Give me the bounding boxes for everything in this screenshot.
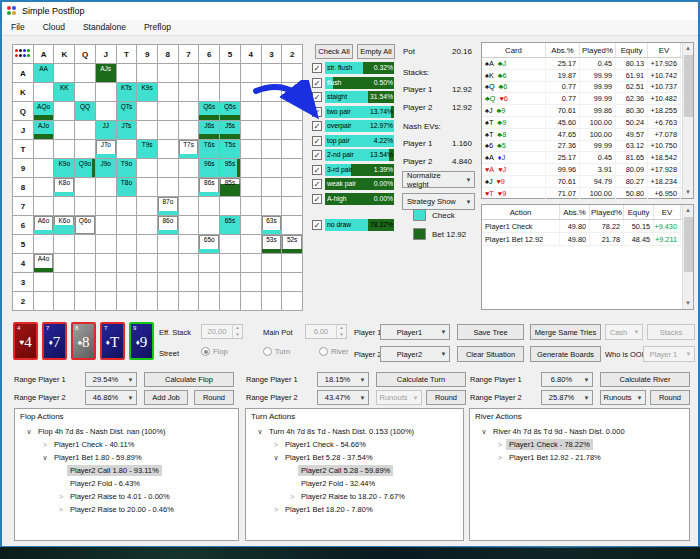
matrix-cell-92[interactable] xyxy=(282,159,303,178)
matrix-cell-98[interactable] xyxy=(158,159,179,178)
matrix-cell-AT[interactable] xyxy=(117,64,138,83)
matrix-cell-5A[interactable] xyxy=(34,235,55,254)
matrix-cell-85[interactable]: 85s xyxy=(220,178,241,197)
matrix-cell-29[interactable] xyxy=(137,292,158,311)
matrix-cell-67[interactable] xyxy=(179,216,200,235)
matrix-cell-T2[interactable] xyxy=(282,140,303,159)
tree-item[interactable]: ∨Turn 4h 7d 8s Td - Nash Dist. 0.153 (10… xyxy=(254,425,417,438)
matrix-cell-37[interactable] xyxy=(179,273,200,292)
matrix-cell-42[interactable] xyxy=(282,254,303,273)
chevron-expanded-icon[interactable]: ∨ xyxy=(270,454,282,462)
matrix-cell-2T[interactable] xyxy=(117,292,138,311)
matrix-cell-35[interactable] xyxy=(220,273,241,292)
matrix-cell-96[interactable]: 96s xyxy=(199,159,220,178)
tree-item[interactable]: >Player1 Check - 40.11% xyxy=(39,438,137,451)
matrix-cell-49[interactable] xyxy=(137,254,158,273)
scrollbar[interactable]: ▲▼ xyxy=(682,43,693,198)
matrix-cell-T4[interactable] xyxy=(241,140,262,159)
matrix-cell-4T[interactable] xyxy=(117,254,138,273)
matrix-cell-J3[interactable] xyxy=(262,121,283,140)
matrix-cell-83[interactable] xyxy=(262,178,283,197)
matrix-cell-72[interactable] xyxy=(282,197,303,216)
matrix-cell-QQ[interactable]: QQ xyxy=(75,102,96,121)
tree-item[interactable]: >Player1 Check - 54.66% xyxy=(270,438,369,451)
chevron-collapsed-icon[interactable]: > xyxy=(55,493,67,500)
menu-file[interactable]: File xyxy=(2,20,34,35)
matrix-cell-J2[interactable] xyxy=(282,121,303,140)
chevron-collapsed-icon[interactable]: > xyxy=(494,441,506,448)
matrix-cell-47[interactable] xyxy=(179,254,200,273)
matrix-cell-54[interactable] xyxy=(241,235,262,254)
scroll-thumb[interactable] xyxy=(684,217,693,272)
action-row[interactable]: Player1 Bet 12.9249.8021.7848.45+9.211 xyxy=(482,233,693,246)
matrix-cell-JQ[interactable] xyxy=(75,121,96,140)
range-player1-dropdown[interactable]: 6.80%▼ xyxy=(541,372,593,387)
tree-item[interactable]: >Player1 Check - 78.22% xyxy=(494,438,593,451)
matrix-cell-93[interactable] xyxy=(262,159,283,178)
matrix-cell-53[interactable]: 53s xyxy=(262,235,283,254)
matrix-cell-5T[interactable] xyxy=(117,235,138,254)
card-row[interactable]: ♥T♥971.07100.0050.80+6.950 xyxy=(482,188,693,200)
matrix-cell-A8[interactable] xyxy=(158,64,179,83)
clear-situation-button[interactable]: Clear Situation xyxy=(457,346,524,362)
matrix-cell-68[interactable]: 86o xyxy=(158,216,179,235)
matrix-cell-63[interactable]: 63s xyxy=(262,216,283,235)
matrix-cell-23[interactable] xyxy=(262,292,283,311)
matrix-cell-34[interactable] xyxy=(241,273,262,292)
range-player1-dropdown[interactable]: 18.15%▼ xyxy=(317,372,369,387)
checkbox-weak-pair[interactable]: ✓ xyxy=(312,179,322,189)
chevron-expanded-icon[interactable]: ∨ xyxy=(254,428,266,436)
dropdown-runouts[interactable]: Runouts▼ xyxy=(600,390,646,405)
matrix-cell-TT[interactable] xyxy=(117,140,138,159)
matrix-cell-78[interactable]: 87o xyxy=(158,197,179,216)
tree-item[interactable]: Player2 Fold - 32.44% xyxy=(286,477,378,490)
matrix-cell-QJ[interactable] xyxy=(96,102,117,121)
matrix-cell-2A[interactable] xyxy=(34,292,55,311)
matrix-cell-J8[interactable] xyxy=(158,121,179,140)
matrix-cell-43[interactable] xyxy=(262,254,283,273)
matrix-cell-88[interactable] xyxy=(158,178,179,197)
button-round[interactable]: Round xyxy=(426,390,466,405)
matrix-cell-K6[interactable] xyxy=(199,83,220,102)
matrix-cell-9J[interactable]: J9o xyxy=(96,159,117,178)
check-all-button[interactable]: Check All xyxy=(315,44,353,59)
matrix-cell-QK[interactable] xyxy=(54,102,75,121)
checkbox-2-nd-pair[interactable]: ✓ xyxy=(312,150,322,160)
matrix-cell-7T[interactable] xyxy=(117,197,138,216)
matrix-cell-T6[interactable]: T6s xyxy=(199,140,220,159)
matrix-cell-62[interactable] xyxy=(282,216,303,235)
scrollbar[interactable]: ▲▼ xyxy=(682,205,693,309)
matrix-cell-AJ[interactable]: AJs xyxy=(96,64,117,83)
matrix-cell-T9[interactable]: T9s xyxy=(137,140,158,159)
matrix-cell-AK[interactable] xyxy=(54,64,75,83)
matrix-cell-TJ[interactable]: JTo xyxy=(96,140,117,159)
scroll-up-icon[interactable]: ▲ xyxy=(683,205,693,216)
matrix-cell-3Q[interactable] xyxy=(75,273,96,292)
matrix-cell-59[interactable] xyxy=(137,235,158,254)
matrix-cell-2K[interactable] xyxy=(54,292,75,311)
button-round[interactable]: Round xyxy=(194,390,234,405)
matrix-cell-T7[interactable]: T7s xyxy=(179,140,200,159)
matrix-cell-48[interactable] xyxy=(158,254,179,273)
range-player1-dropdown[interactable]: 29.54%▼ xyxy=(85,372,137,387)
matrix-cell-Q6[interactable]: Q6s xyxy=(199,102,220,121)
matrix-cell-4K[interactable] xyxy=(54,254,75,273)
matrix-cell-6A[interactable]: A6o xyxy=(34,216,55,235)
matrix-cell-7K[interactable] xyxy=(54,197,75,216)
matrix-cell-95[interactable]: 95s xyxy=(220,159,241,178)
matrix-cell-TQ[interactable] xyxy=(75,140,96,159)
menu-preflop[interactable]: Preflop xyxy=(135,20,180,35)
matrix-cell-36[interactable] xyxy=(199,273,220,292)
player1-sizing-dropdown[interactable]: Player1▼ xyxy=(380,324,450,340)
matrix-cell-75[interactable] xyxy=(220,197,241,216)
matrix-cell-6K[interactable]: K6o xyxy=(54,216,75,235)
matrix-cell-69[interactable] xyxy=(137,216,158,235)
matrix-cell-8Q[interactable] xyxy=(75,178,96,197)
strategy-show-dropdown[interactable]: Strategy Show▼ xyxy=(402,193,475,210)
matrix-cell-65[interactable]: 65s xyxy=(220,216,241,235)
matrix-cell-JT[interactable]: JTs xyxy=(117,121,138,140)
matrix-cell-7A[interactable] xyxy=(34,197,55,216)
tree-item[interactable]: Player2 Fold - 6.43% xyxy=(55,477,143,490)
tree-item[interactable]: ∨Flop 4h 7d 8s - Nash Dist. nan (100%) xyxy=(23,425,169,438)
chevron-expanded-icon[interactable]: ∨ xyxy=(39,454,51,462)
